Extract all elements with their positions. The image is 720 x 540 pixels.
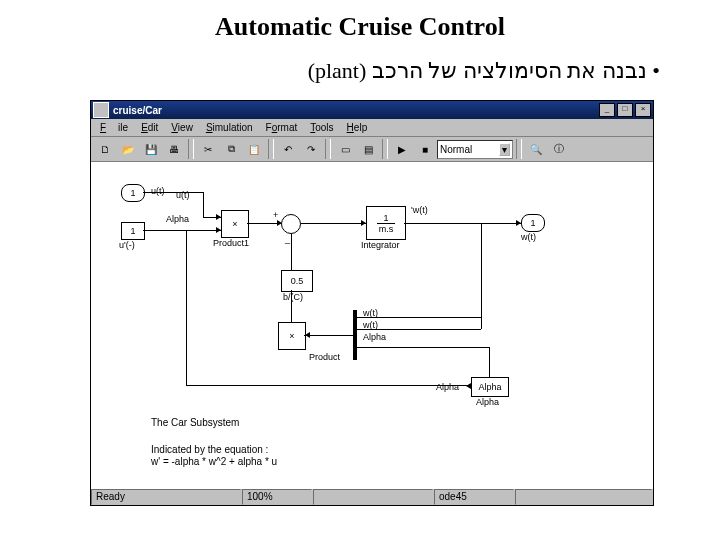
label-product: Product xyxy=(309,352,340,362)
titlebar: cruise/Car _ □ × xyxy=(91,101,653,119)
block-alpha[interactable]: Alpha xyxy=(471,377,509,397)
menu-help[interactable]: Help xyxy=(341,121,374,134)
model-canvas[interactable]: 1 u'(-) 1 u(t) u(t) Alpha × Product1 + _… xyxy=(91,162,653,488)
redo-icon[interactable]: ↷ xyxy=(300,138,322,160)
menubar: File Edit View Simulation Format Tools H… xyxy=(91,119,653,137)
menu-format[interactable]: Format xyxy=(260,121,304,134)
status-zoom: 100% xyxy=(242,489,312,505)
scope-icon[interactable]: ▤ xyxy=(357,138,379,160)
annotation-eq2: w' = -alpha * w^2 + alpha * u xyxy=(151,456,277,467)
simulink-window: cruise/Car _ □ × File Edit View Simulati… xyxy=(90,100,654,506)
menu-simulation[interactable]: Simulation xyxy=(200,121,259,134)
menu-tools[interactable]: Tools xyxy=(304,121,339,134)
signal-alpha: Alpha xyxy=(166,214,189,224)
stop-icon[interactable]: ■ xyxy=(414,138,436,160)
sum-plus: + xyxy=(273,210,278,220)
slide-title: Automatic Cruise Control xyxy=(0,0,720,42)
label-alpha3: Alpha xyxy=(476,397,499,407)
status-blank1 xyxy=(313,489,433,505)
integrator-den: m.s xyxy=(379,224,394,234)
cut-icon[interactable]: ✂ xyxy=(197,138,219,160)
block-product1[interactable]: × xyxy=(221,210,249,238)
block-integrator[interactable]: 1 m.s xyxy=(366,206,406,240)
print-icon[interactable]: 🖶 xyxy=(163,138,185,160)
label-alpha2: Alpha xyxy=(436,382,459,392)
app-icon xyxy=(93,102,109,118)
new-icon[interactable]: 🗋 xyxy=(94,138,116,160)
block-out1[interactable]: 1 xyxy=(121,184,145,202)
annotation-subsystem: The Car Subsystem xyxy=(151,417,239,428)
undo-icon[interactable]: ↶ xyxy=(277,138,299,160)
integrator-num: 1 xyxy=(377,213,394,224)
sum-minus: _ xyxy=(285,234,290,244)
status-ready: Ready xyxy=(91,489,241,505)
block-product[interactable]: × xyxy=(278,322,306,350)
library-icon[interactable]: ▭ xyxy=(334,138,356,160)
block-sum[interactable] xyxy=(281,214,301,234)
maximize-button[interactable]: □ xyxy=(617,103,633,117)
window-title: cruise/Car xyxy=(113,105,599,116)
signal-wprime: 'w(t) xyxy=(411,205,428,215)
block-gain[interactable]: 0.5 xyxy=(281,270,313,292)
label-out1: u(t) xyxy=(151,186,165,196)
close-button[interactable]: × xyxy=(635,103,651,117)
label-product1: Product1 xyxy=(213,238,249,248)
mode-dropdown[interactable]: Normal xyxy=(437,140,513,159)
status-solver: ode45 xyxy=(434,489,514,505)
label-wt: w(t) xyxy=(521,232,536,242)
paste-icon[interactable]: 📋 xyxy=(243,138,265,160)
menu-file[interactable]: File xyxy=(94,121,134,134)
save-icon[interactable]: 💾 xyxy=(140,138,162,160)
block-out-w[interactable]: 1 xyxy=(521,214,545,232)
zoom-icon[interactable]: 🔍 xyxy=(525,138,547,160)
menu-view[interactable]: View xyxy=(165,121,199,134)
open-icon[interactable]: 📂 xyxy=(117,138,139,160)
toolbar: 🗋 📂 💾 🖶 ✂ ⧉ 📋 ↶ ↷ ▭ ▤ ▶ ■ Normal 🔍 ⓘ xyxy=(91,137,653,162)
menu-edit[interactable]: Edit xyxy=(135,121,164,134)
block-constant[interactable]: 1 xyxy=(121,222,145,240)
annotation-eq1: Indicated by the equation : xyxy=(151,444,268,455)
bullet-text: נבנה את הסימולציה של הרכב (plant) xyxy=(308,58,647,83)
label-const: u'(-) xyxy=(119,240,135,250)
mux-in3: Alpha xyxy=(363,332,386,342)
info-icon[interactable]: ⓘ xyxy=(548,138,570,160)
minimize-button[interactable]: _ xyxy=(599,103,615,117)
status-blank2 xyxy=(515,489,652,505)
label-integrator: Integrator xyxy=(361,240,400,250)
statusbar: Ready 100% ode45 xyxy=(91,488,653,505)
run-icon[interactable]: ▶ xyxy=(391,138,413,160)
copy-icon[interactable]: ⧉ xyxy=(220,138,242,160)
label-gain: b/(C) xyxy=(283,292,303,302)
slide-bullet: • נבנה את הסימולציה של הרכב (plant) xyxy=(0,42,720,94)
